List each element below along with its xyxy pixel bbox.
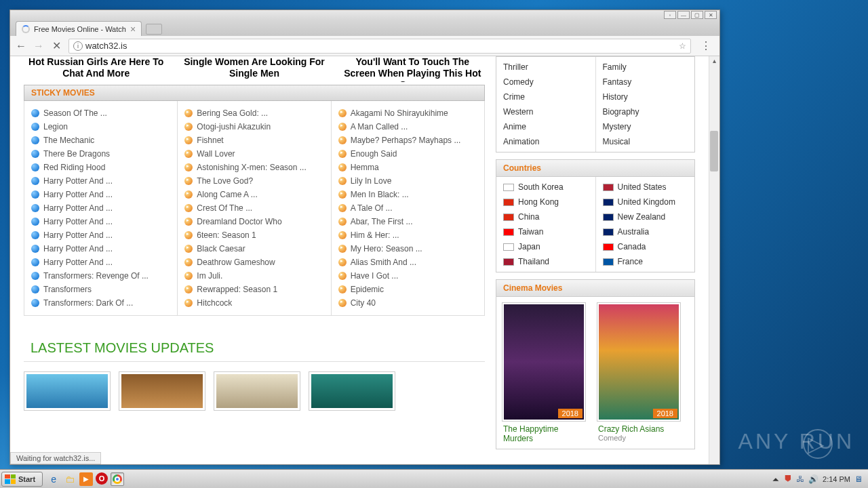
cinema-poster[interactable]: 2018 <box>502 302 586 422</box>
movie-link[interactable]: Harry Potter And ... <box>31 228 170 242</box>
genre-link[interactable]: Biography <box>603 104 688 119</box>
tab-close-icon[interactable]: × <box>130 24 136 35</box>
genre-link[interactable]: Mystery <box>603 119 688 134</box>
browser-tab[interactable]: Free Movies Online - Watch × <box>16 21 142 36</box>
movie-link[interactable]: Season Of The ... <box>31 106 170 120</box>
country-link[interactable]: Taiwan <box>503 224 589 239</box>
genre-link[interactable]: Comedy <box>503 75 589 89</box>
movie-link[interactable]: Im Juli. <box>184 269 323 283</box>
movie-link[interactable]: Along Came A ... <box>184 188 323 201</box>
movie-link[interactable]: Harry Potter And ... <box>31 174 170 188</box>
country-link[interactable]: United States <box>603 180 688 195</box>
movie-link[interactable]: Otogi-jushi Akazukin <box>184 120 323 134</box>
movie-link[interactable]: Men In Black: ... <box>338 188 477 201</box>
country-link[interactable]: Australia <box>603 224 688 239</box>
maximize-button[interactable]: ▢ <box>691 11 703 19</box>
movie-link[interactable]: Bering Sea Gold: ... <box>184 106 323 120</box>
media-icon[interactable]: ▶ <box>79 472 93 486</box>
tray-monitor-icon[interactable]: 🖥 <box>854 474 863 484</box>
movie-link[interactable]: Hemma <box>338 161 477 174</box>
tray-expand-icon[interactable]: ⏶ <box>772 474 780 484</box>
new-tab-button[interactable] <box>146 24 162 35</box>
country-link[interactable]: Thailand <box>503 254 589 269</box>
country-link[interactable]: Hong Kong <box>503 195 589 209</box>
cinema-title[interactable]: The Happytime Murders <box>502 422 590 443</box>
genre-link[interactable]: Anime <box>503 119 589 134</box>
movie-link[interactable]: A Tale Of ... <box>338 201 477 215</box>
movie-link[interactable]: Transformers: Revenge Of ... <box>31 269 170 283</box>
movie-link[interactable]: Transformers <box>31 283 170 296</box>
scrollbar[interactable]: ▴ <box>709 56 719 464</box>
user-icon[interactable]: ◦ <box>664 11 676 19</box>
minimize-button[interactable]: — <box>677 11 690 19</box>
genre-link[interactable]: Family <box>603 60 688 75</box>
bookmark-star-icon[interactable]: ☆ <box>679 41 686 51</box>
movie-link[interactable]: Dreamland Doctor Who <box>184 215 323 228</box>
country-link[interactable]: Canada <box>603 239 688 254</box>
movie-link[interactable]: Harry Potter And ... <box>31 256 170 269</box>
genre-link[interactable]: History <box>603 89 688 104</box>
explorer-icon[interactable]: 🗀 <box>63 472 77 486</box>
cinema-movie-item[interactable]: 2018Crazy Rich AsiansComedy <box>597 302 685 443</box>
movie-link[interactable]: Legion <box>31 120 170 134</box>
cinema-title[interactable]: Crazy Rich Asians <box>597 422 685 434</box>
scroll-up-icon[interactable]: ▴ <box>709 57 719 66</box>
movie-link[interactable]: Wall Lover <box>184 147 323 161</box>
country-link[interactable]: South Korea <box>503 180 589 195</box>
movie-link[interactable]: Maybe? Perhaps? Mayhaps ... <box>338 134 477 147</box>
movie-link[interactable]: Crest Of The ... <box>184 201 323 215</box>
scroll-thumb[interactable] <box>710 131 718 171</box>
movie-link[interactable]: A Man Called ... <box>338 120 477 134</box>
browser-menu-icon[interactable]: ⋮ <box>698 39 714 52</box>
genre-link[interactable]: Animation <box>503 134 589 149</box>
movie-link[interactable]: Him & Her: ... <box>338 228 477 242</box>
movie-link[interactable]: 6teen: Season 1 <box>184 228 323 242</box>
opera-icon[interactable]: O <box>96 472 108 485</box>
tray-network-icon[interactable]: 🖧 <box>796 474 804 484</box>
tray-volume-icon[interactable]: 🔊 <box>808 474 818 484</box>
movie-link[interactable]: My Hero: Season ... <box>338 242 477 256</box>
genre-link[interactable]: Western <box>503 104 589 119</box>
movie-link[interactable]: Alias Smith And ... <box>338 256 477 269</box>
movie-link[interactable]: Harry Potter And ... <box>31 201 170 215</box>
movie-link[interactable]: The Mechanic <box>31 134 170 147</box>
ie-icon[interactable]: e <box>47 472 60 486</box>
ad-item[interactable]: Hot Russian Girls Are Here To Chat And M… <box>24 56 168 82</box>
start-button[interactable]: Start <box>1 472 43 487</box>
movie-link[interactable]: Transformers: Dark Of ... <box>31 296 170 310</box>
cinema-movie-item[interactable]: 2018The Happytime Murders <box>502 302 590 443</box>
movie-poster[interactable] <box>119 371 205 411</box>
movie-link[interactable]: Harry Potter And ... <box>31 188 170 201</box>
back-button[interactable]: ← <box>16 41 26 52</box>
movie-link[interactable]: Deathrow Gameshow <box>184 256 323 269</box>
movie-link[interactable]: Have I Got ... <box>338 269 477 283</box>
genre-link[interactable]: Crime <box>503 89 589 104</box>
country-link[interactable]: New Zealand <box>603 209 688 224</box>
country-link[interactable]: France <box>603 254 688 269</box>
movie-link[interactable]: Black Caesar <box>184 242 323 256</box>
genre-link[interactable]: Musical <box>603 134 688 149</box>
movie-link[interactable]: Epidemic <box>338 283 477 296</box>
site-info-icon[interactable]: i <box>73 41 83 51</box>
country-link[interactable]: China <box>503 209 589 224</box>
movie-link[interactable]: City 40 <box>338 296 477 310</box>
movie-link[interactable]: Abar, The First ... <box>338 215 477 228</box>
forward-button[interactable]: → <box>33 41 44 52</box>
ad-item[interactable]: You'll Want To Touch The Screen When Pla… <box>340 56 485 82</box>
movie-link[interactable]: Rewrapped: Season 1 <box>184 283 323 296</box>
movie-link[interactable]: Harry Potter And ... <box>31 242 170 256</box>
close-button[interactable]: ✕ <box>705 11 717 19</box>
movie-link[interactable]: The Love God? <box>184 174 323 188</box>
movie-link[interactable]: There Be Dragons <box>31 147 170 161</box>
movie-link[interactable]: Harry Potter And ... <box>31 215 170 228</box>
movie-link[interactable]: Enough Said <box>338 147 477 161</box>
ad-item[interactable]: Single Women Are Looking For Single Men <box>182 56 326 82</box>
movie-link[interactable]: Akagami No Shirayukihime <box>338 106 477 120</box>
country-link[interactable]: Japan <box>503 239 589 254</box>
movie-link[interactable]: Hitchcock <box>184 296 323 310</box>
movie-poster[interactable] <box>309 371 395 411</box>
movie-link[interactable]: Lily In Love <box>338 174 477 188</box>
tray-clock[interactable]: 2:14 PM <box>823 475 850 483</box>
country-link[interactable]: United Kingdom <box>603 195 688 209</box>
movie-poster[interactable] <box>24 371 111 411</box>
